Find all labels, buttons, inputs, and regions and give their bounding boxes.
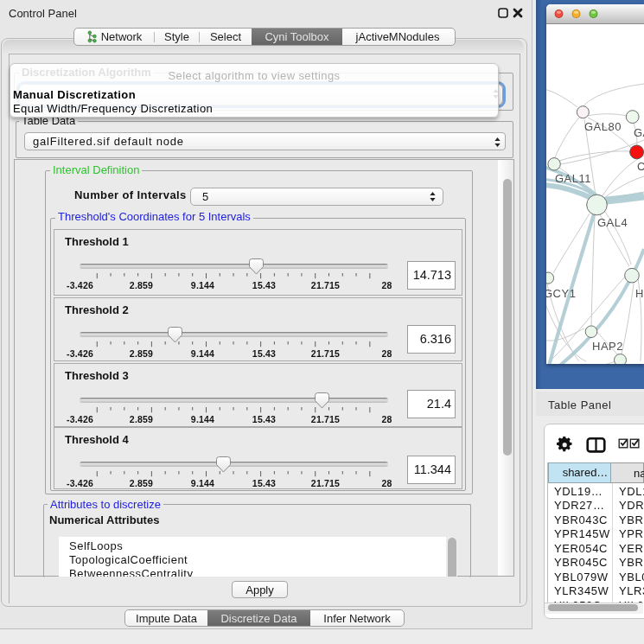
svg-text:GAL11: GAL11 — [555, 172, 591, 185]
svg-text:GAL80: GAL80 — [584, 120, 622, 133]
svg-text:GAL4: GAL4 — [597, 216, 628, 229]
svg-text:GCY1: GCY1 — [546, 287, 576, 300]
svg-text:C: C — [637, 160, 644, 173]
svg-text:GAL: GAL — [634, 126, 644, 139]
svg-text:HI: HI — [635, 287, 644, 300]
svg-text:HAP2: HAP2 — [592, 340, 623, 353]
